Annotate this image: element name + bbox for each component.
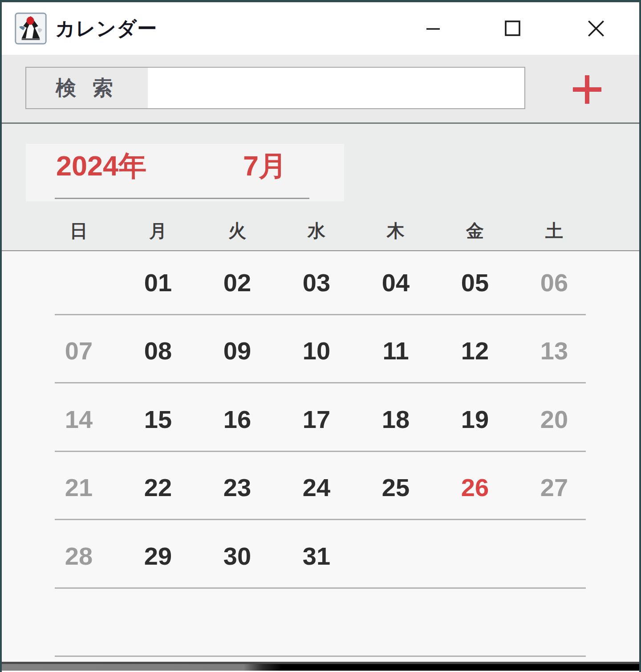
screen-edge-strip	[0, 664, 641, 671]
date-grid: 0102030405060708091011121314151617181920…	[2, 252, 639, 662]
month-header: 2024年 7月 日 月 火 水 木 金 土	[2, 124, 639, 252]
weekday-row: 日 月 火 水 木 金 土	[39, 216, 594, 245]
month-label: 7月	[243, 147, 287, 185]
date-cell-29[interactable]: 29	[144, 544, 172, 569]
date-cell-06[interactable]: 06	[540, 270, 568, 295]
app-duke-icon	[14, 12, 47, 45]
date-cell-27[interactable]: 27	[540, 475, 568, 500]
week-row-6	[2, 594, 639, 662]
week-row-5: 28293031	[2, 525, 639, 594]
title-bar: カレンダー	[2, 2, 639, 55]
weekday-wed: 水	[308, 219, 325, 243]
date-cell-05[interactable]: 05	[461, 270, 489, 295]
date-cell-17[interactable]: 17	[303, 407, 330, 432]
date-cell-09[interactable]: 09	[223, 338, 251, 363]
date-cell-28[interactable]: 28	[65, 544, 93, 569]
date-cell-26[interactable]: 26	[461, 475, 489, 500]
weekday-sat: 土	[545, 219, 563, 243]
add-event-button[interactable]	[570, 73, 604, 106]
search-input[interactable]	[148, 68, 524, 108]
week-row-1: 010203040506	[2, 252, 639, 320]
date-cell-01[interactable]: 01	[144, 270, 172, 295]
date-cell-02[interactable]: 02	[223, 270, 251, 295]
date-cell-18[interactable]: 18	[382, 407, 410, 432]
date-cell-03[interactable]: 03	[303, 270, 330, 295]
date-cell-12[interactable]: 12	[461, 338, 489, 363]
close-button[interactable]	[584, 16, 608, 41]
date-cell-20[interactable]: 20	[540, 407, 568, 432]
minimize-button[interactable]	[421, 16, 445, 41]
date-cell-08[interactable]: 08	[144, 338, 172, 363]
date-cell-23[interactable]: 23	[223, 475, 251, 500]
date-cell-19[interactable]: 19	[461, 407, 489, 432]
date-cell-11[interactable]: 11	[382, 338, 409, 363]
row-separator	[55, 451, 586, 452]
date-cell-22[interactable]: 22	[144, 475, 172, 500]
date-cell-30[interactable]: 30	[223, 544, 251, 569]
date-cell-04[interactable]: 04	[382, 270, 410, 295]
date-cell-15[interactable]: 15	[144, 407, 172, 432]
date-cell-25[interactable]: 25	[382, 475, 410, 500]
row-separator	[55, 587, 586, 589]
date-cell-24[interactable]: 24	[303, 475, 330, 500]
search-group: 検 索	[25, 67, 525, 109]
week-row-2: 07080910111213	[2, 320, 639, 389]
date-cell-21[interactable]: 21	[65, 475, 93, 500]
date-cell-31[interactable]: 31	[303, 544, 330, 569]
date-cell-16[interactable]: 16	[223, 407, 251, 432]
toolbar: 検 索	[2, 55, 639, 124]
week-row-4: 21222324252627	[2, 457, 639, 525]
maximize-button[interactable]	[501, 16, 525, 41]
date-cell-14[interactable]: 14	[65, 407, 93, 432]
weekday-fri: 金	[466, 219, 484, 243]
year-underline	[55, 198, 309, 199]
row-separator	[55, 314, 586, 315]
search-label: 検 索	[26, 68, 148, 108]
weekday-mon: 月	[149, 219, 167, 243]
date-cell-13[interactable]: 13	[540, 338, 568, 363]
window-title: カレンダー	[55, 16, 157, 42]
row-separator	[55, 656, 586, 657]
year-label: 2024年	[56, 147, 146, 185]
calendar-app-window: カレンダー 検 索 2024年 7月	[0, 0, 641, 672]
weekday-thu: 木	[387, 219, 405, 243]
week-row-3: 14151617181920	[2, 388, 639, 457]
weekday-tue: 火	[228, 219, 246, 243]
row-separator	[55, 519, 586, 520]
weekday-sun: 日	[70, 219, 88, 243]
plus-icon	[570, 73, 604, 106]
date-cell-10[interactable]: 10	[303, 338, 330, 363]
date-cell-07[interactable]: 07	[65, 338, 93, 363]
row-separator	[55, 382, 586, 383]
